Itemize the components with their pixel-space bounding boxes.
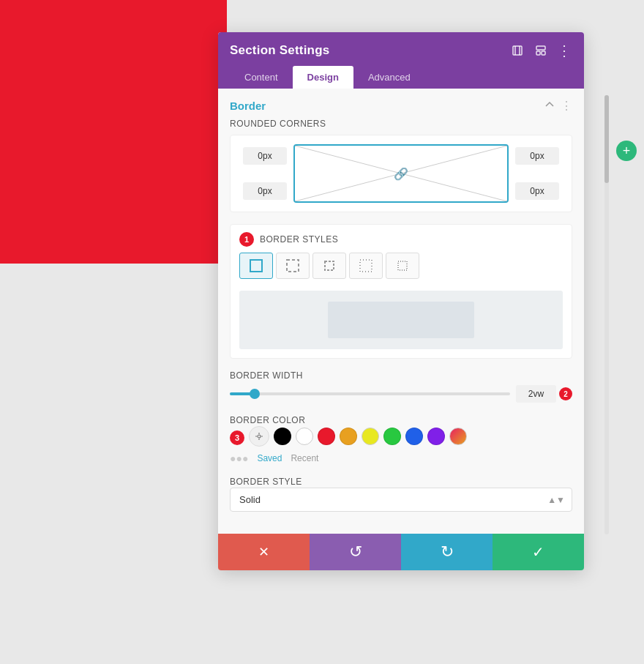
section-settings-panel: Section Settings: [218, 32, 584, 570]
slider-thumb[interactable]: [250, 389, 260, 399]
border-section-title: Border: [230, 100, 266, 112]
swatch-red[interactable]: [318, 428, 335, 445]
cancel-button[interactable]: ✕: [218, 534, 310, 570]
rc-visual: 🔗: [293, 144, 509, 203]
color-tabs: ●●● Saved Recent: [230, 452, 572, 464]
redo-button[interactable]: ↻: [401, 534, 493, 570]
bs-dashed-outer[interactable]: [276, 253, 310, 279]
border-styles-badge: 1: [239, 232, 254, 247]
reset-button[interactable]: ↺: [310, 534, 401, 570]
save-button[interactable]: ✓: [493, 534, 584, 570]
border-width-slider[interactable]: [230, 392, 510, 395]
rc-link-icon[interactable]: 🔗: [394, 167, 408, 181]
swatch-purple[interactable]: [427, 428, 445, 445]
scrollbar-thumb[interactable]: [604, 95, 609, 183]
border-styles-label: Border Styles: [260, 234, 338, 245]
swatch-black[interactable]: [274, 428, 291, 445]
bs-dotted-inner[interactable]: [386, 253, 419, 279]
tab-advanced[interactable]: Advanced: [353, 66, 425, 89]
tabs-container: Content Design Advanced: [230, 66, 572, 89]
bs-dashed-inner[interactable]: [312, 253, 346, 279]
color-preview-inner: [328, 302, 474, 338]
panel-icons: ⋮: [509, 42, 572, 59]
action-bar: ✕ ↺ ↻ ✓: [218, 534, 584, 570]
svg-rect-9: [287, 260, 299, 272]
rc-bottom-right-input[interactable]: 0px: [515, 182, 559, 200]
cancel-icon: ✕: [258, 544, 269, 560]
capture-icon[interactable]: [509, 42, 525, 59]
rc-top-left-input[interactable]: 0px: [243, 147, 287, 165]
more-colors-dots[interactable]: ●●●: [230, 452, 248, 464]
swatch-white[interactable]: [296, 428, 313, 445]
border-width-label: Border Width: [230, 370, 303, 381]
redo-icon: ↻: [441, 542, 454, 562]
reset-icon: ↺: [349, 542, 362, 562]
rounded-corners-container: 0px 🔗 0px: [230, 135, 572, 212]
color-swatches: [249, 426, 467, 447]
rc-bottom-left-wrapper: 0px: [243, 182, 287, 200]
bs-dotted-outer-icon: [357, 257, 375, 275]
border-style-select-wrap: None Solid Dashed Dotted Double Groove ▲…: [230, 488, 572, 512]
border-color-row: Border Color 3: [230, 413, 572, 464]
panel-title-row: Section Settings: [230, 42, 572, 59]
svg-rect-11: [360, 260, 372, 272]
border-width-field: 2vw 2: [230, 385, 572, 403]
svg-point-13: [258, 435, 261, 438]
bs-solid[interactable]: [239, 253, 273, 279]
rc-top-right-wrapper: 0px: [515, 147, 559, 165]
panel-body: Border ⋮ Rounded Corners 0px: [218, 89, 584, 534]
border-width-input[interactable]: 2vw: [516, 385, 556, 403]
border-width-value-wrap: 2vw 2: [516, 385, 572, 403]
border-style-options: [231, 247, 572, 285]
background-canvas: [0, 0, 227, 264]
svg-rect-0: [513, 46, 522, 55]
bs-dashed-inner-icon: [321, 257, 338, 275]
border-style-select[interactable]: None Solid Dashed Dotted Double Groove: [230, 488, 572, 512]
bs-dotted-outer[interactable]: [349, 253, 383, 279]
more-options-icon[interactable]: ⋮: [556, 42, 572, 59]
layout-icon[interactable]: [533, 42, 549, 59]
border-section-header: Border ⋮: [230, 89, 572, 119]
rc-bottom-left-input[interactable]: 0px: [243, 182, 287, 200]
border-styles-header: 1 Border Styles: [231, 225, 572, 247]
color-picker-button[interactable]: [249, 426, 269, 447]
border-styles-section: 1 Border Styles: [230, 224, 572, 359]
bs-dashed-outer-icon: [284, 257, 302, 275]
svg-rect-3: [536, 46, 545, 50]
swatch-yellow[interactable]: [362, 428, 379, 445]
recent-colors-tab[interactable]: Recent: [291, 453, 318, 463]
swatch-orange[interactable]: [340, 428, 357, 445]
saved-colors-tab[interactable]: Saved: [257, 453, 282, 463]
svg-rect-8: [250, 260, 262, 272]
swatch-green[interactable]: [383, 428, 401, 445]
border-style-row: Border Style None Solid Dashed Dotted Do…: [230, 474, 572, 512]
collapse-icon[interactable]: [544, 100, 555, 112]
rc-bottom-right-wrapper: 0px: [515, 182, 559, 200]
color-preview-area: [239, 291, 563, 349]
bs-solid-icon: [247, 257, 265, 275]
border-width-badge: 2: [559, 387, 572, 400]
border-style-label: Border Style: [230, 477, 302, 487]
panel-header: Section Settings: [218, 32, 584, 89]
swatch-gradient[interactable]: [449, 428, 467, 445]
section-more-icon[interactable]: ⋮: [561, 99, 572, 113]
svg-rect-10: [325, 261, 334, 270]
section-controls: ⋮: [544, 99, 572, 113]
swatch-blue[interactable]: [405, 428, 423, 445]
bs-dotted-inner-icon: [394, 257, 411, 275]
tab-design[interactable]: Design: [293, 66, 353, 89]
border-color-label: Border Color: [230, 415, 305, 425]
border-width-row: Border Width 2vw 2: [230, 370, 572, 403]
rc-top-left-wrapper: 0px: [243, 147, 287, 165]
border-color-badge: 3: [230, 430, 244, 445]
scrollbar-track: [604, 95, 609, 534]
rc-top-right-input[interactable]: 0px: [515, 147, 559, 165]
save-icon: ✓: [532, 543, 544, 561]
rounded-corners-label: Rounded Corners: [230, 119, 572, 129]
svg-rect-5: [542, 51, 545, 55]
add-section-button[interactable]: +: [616, 141, 637, 161]
tab-content[interactable]: Content: [230, 66, 293, 89]
rc-grid: 0px 🔗 0px: [239, 144, 563, 203]
svg-rect-12: [398, 261, 407, 270]
panel-title: Section Settings: [230, 43, 329, 58]
